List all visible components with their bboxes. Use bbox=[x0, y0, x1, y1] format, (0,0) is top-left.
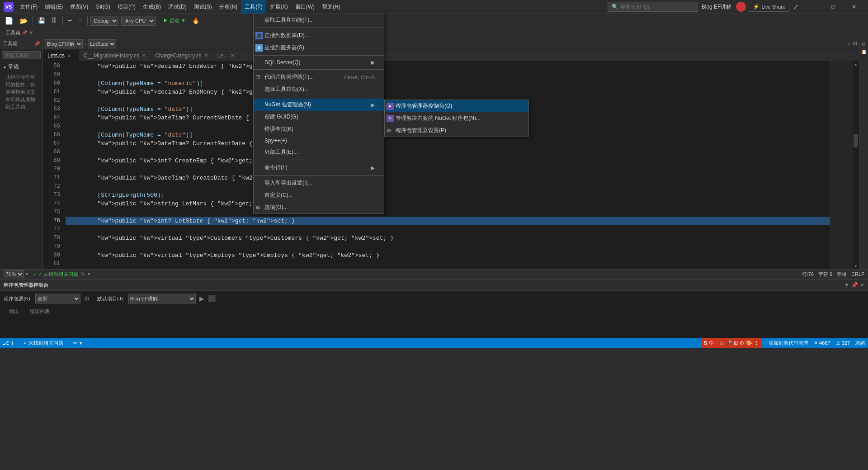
menu-item-connect-server[interactable]: 🖥 连接到服务器(S)... bbox=[254, 42, 384, 54]
menu-debug[interactable]: 调试(D) bbox=[165, 0, 190, 14]
ime-skin-icon[interactable]: 🎨 bbox=[746, 340, 752, 346]
code-line[interactable]: "kw">public "kw">DateTime? CurrentRentDa… bbox=[66, 139, 830, 148]
title-search-input[interactable] bbox=[620, 4, 684, 9]
new-project-btn[interactable]: 📄 bbox=[2, 15, 16, 26]
menu-project[interactable]: 项目(P) bbox=[114, 0, 139, 14]
start-button[interactable]: ▶ 启动 ▼ bbox=[160, 16, 189, 25]
ime-more-icon[interactable]: ⋮ bbox=[754, 340, 759, 346]
package-settings-icon[interactable]: ⚙ bbox=[84, 295, 90, 302]
save-all-btn[interactable]: 🗄 bbox=[49, 16, 60, 25]
tab-migration[interactable]: C__MigrationHistory.cs ✕ bbox=[79, 50, 151, 61]
close-button[interactable]: ✕ bbox=[844, 0, 864, 14]
code-line[interactable]: "kw">public "kw">virtual "type">Employs … bbox=[66, 268, 830, 269]
code-line[interactable]: [Column(TypeName = "numeric")] bbox=[66, 79, 830, 88]
menu-git[interactable]: Git(G) bbox=[92, 0, 114, 14]
zoom-select[interactable]: 76 % bbox=[4, 270, 24, 278]
menu-item-error-find[interactable]: 错误查找(K) bbox=[254, 123, 384, 135]
tab-charge[interactable]: ChargeCategory.cs ✕ bbox=[151, 50, 213, 61]
ime-mic-icon[interactable]: 🎤 bbox=[726, 340, 732, 346]
ime-dot-icon[interactable]: · bbox=[716, 340, 717, 346]
ime-zh-icon[interactable]: 中 bbox=[709, 340, 714, 347]
code-line[interactable]: "kw">public "kw">virtual "type">Customer… bbox=[66, 234, 830, 242]
debug-config-select[interactable]: Debug bbox=[90, 16, 118, 26]
ime-table-icon[interactable]: ⊞ bbox=[734, 340, 738, 346]
code-line[interactable]: "kw">public "kw">virtual "type">Employs … bbox=[66, 251, 830, 260]
code-line[interactable]: "kw">public "kw">int? LetState { "kw2">g… bbox=[66, 217, 830, 225]
menu-item-choose-toolbox[interactable]: 选择工具箱项(X)... bbox=[254, 83, 384, 95]
ime-settings-icon[interactable]: ⚙ bbox=[740, 340, 744, 346]
error-list-tab[interactable]: 错误列表 bbox=[24, 306, 55, 316]
code-scroll-area[interactable]: 5859606162636465666768697071727374757677… bbox=[43, 61, 830, 269]
code-line[interactable] bbox=[66, 260, 830, 268]
tab-le-close[interactable]: ✕ bbox=[231, 53, 234, 58]
toolbox-search-input[interactable] bbox=[2, 51, 41, 59]
open-btn[interactable]: 📂 bbox=[17, 16, 30, 25]
nuget-menu-item-settings[interactable]: ⚙ 程序包管理器设置(P) bbox=[385, 124, 528, 137]
breadcrumb-method-select[interactable]: LetState bbox=[88, 39, 116, 48]
add-code-management[interactable]: ↑ 添加到源代码管理 bbox=[762, 338, 811, 348]
menu-item-spy[interactable]: Spy++(+) bbox=[254, 135, 384, 146]
menu-extensions[interactable]: 扩展(X) bbox=[266, 0, 292, 14]
code-line[interactable]: "kw">public "kw">decimal? EndWater { "kw… bbox=[66, 62, 830, 71]
code-line[interactable] bbox=[66, 182, 830, 191]
error-count-status[interactable]: ✕ 4687 bbox=[811, 338, 833, 348]
bottom-close-icon[interactable]: ✕ bbox=[860, 282, 864, 288]
undo-btn[interactable]: ↩ bbox=[65, 17, 75, 24]
code-lines[interactable]: "kw">public "kw">decimal? EndWater { "kw… bbox=[66, 61, 830, 269]
code-line[interactable] bbox=[66, 148, 830, 157]
editor-add-icon[interactable]: + bbox=[847, 40, 851, 47]
code-line[interactable]: "kw">public "kw">DateTime? CreateDate { … bbox=[66, 174, 830, 182]
scroll-up-btn[interactable]: ▲ bbox=[853, 61, 859, 67]
breadcrumb-namespace-select[interactable]: Blog EF讲解 bbox=[45, 39, 83, 48]
code-line[interactable] bbox=[66, 165, 830, 174]
no-issues-status-bar[interactable]: ✓ 未找到相关问题 bbox=[20, 338, 66, 348]
tab-le[interactable]: Le... ✕ bbox=[213, 50, 249, 61]
avatar[interactable] bbox=[736, 2, 746, 12]
vertical-scrollbar[interactable]: ▲ ▼ bbox=[853, 61, 859, 269]
editor-split-icon[interactable]: ⊟ bbox=[853, 40, 857, 47]
warning-count-status[interactable]: ⚠ 327 bbox=[833, 338, 853, 348]
cpu-config-select[interactable]: Any CPU bbox=[121, 16, 156, 26]
menu-item-options[interactable]: ⚙ 选项(O)... bbox=[254, 201, 384, 214]
default-project-select[interactable]: Blog EF讲解 bbox=[128, 294, 196, 304]
right-panel-icon1[interactable]: ⚙ bbox=[862, 40, 866, 48]
ime-smile-icon[interactable]: ☺ bbox=[719, 340, 724, 346]
menu-item-import-export[interactable]: 导入和导出设置(I)... bbox=[254, 177, 384, 189]
package-source-select[interactable]: 全部 bbox=[35, 294, 80, 304]
nuget-menu-item-manage[interactable]: N 管理解决方案的 NuGet 程序包(N)... bbox=[385, 112, 528, 124]
menu-help[interactable]: 帮助(H) bbox=[318, 0, 344, 14]
minimize-button[interactable]: ─ bbox=[802, 0, 823, 14]
hot-reload-btn[interactable]: 🔥 bbox=[189, 16, 202, 25]
bottom-toggle-icon[interactable]: ▼ bbox=[844, 282, 849, 288]
edit-status-item[interactable]: ✏ ▼ bbox=[71, 338, 85, 348]
code-line[interactable] bbox=[66, 225, 830, 234]
menu-edit[interactable]: 编辑(E) bbox=[41, 0, 66, 14]
menu-item-create-guid[interactable]: 创建 GUID(G) bbox=[254, 111, 384, 123]
scrollbar-thumb[interactable] bbox=[854, 134, 858, 147]
menu-item-customize[interactable]: 自定义(C)... bbox=[254, 189, 384, 201]
menu-item-external-tools[interactable]: 外部工具(E)... bbox=[254, 146, 384, 158]
code-line[interactable]: "kw">public "kw">decimal? EndMoney { "kw… bbox=[66, 88, 830, 96]
menu-item-cmdline[interactable]: 命令行(L) ▶ bbox=[254, 161, 384, 174]
menu-item-get-tools[interactable]: 获取工具和功能(T)... bbox=[254, 14, 384, 26]
maximize-button[interactable]: □ bbox=[823, 0, 844, 14]
menu-tools[interactable]: 工具(T) bbox=[241, 0, 266, 14]
bottom-pin-icon[interactable]: 📌 bbox=[851, 282, 858, 288]
code-line[interactable]: "kw">public "kw">int? CreateEmp { "kw2">… bbox=[66, 157, 830, 165]
menu-analyze[interactable]: 分析(N) bbox=[216, 0, 241, 14]
redo-btn[interactable]: ↪ bbox=[75, 17, 85, 24]
code-editor[interactable]: 5859606162636465666768697071727374757677… bbox=[43, 61, 859, 269]
menu-item-connect-db[interactable]: ⬛ 连接到数据库(D)... bbox=[254, 29, 384, 42]
nuget-menu-item-console[interactable]: ▶ 程序包管理器控制台(O) bbox=[385, 100, 528, 112]
menu-item-sql-server[interactable]: SQL Server(Q) ▶ bbox=[254, 57, 384, 68]
code-line[interactable] bbox=[66, 242, 830, 251]
save-btn[interactable]: 💾 bbox=[35, 16, 48, 25]
menu-view[interactable]: 视图(V) bbox=[66, 0, 92, 14]
tab-lets[interactable]: Lets.cs ✕ bbox=[43, 50, 79, 61]
nuget-run-icon[interactable]: ▶ bbox=[199, 295, 204, 302]
menu-test[interactable]: 测试(S) bbox=[190, 0, 216, 14]
code-line[interactable]: "kw">public "kw">string LetMark { "kw2">… bbox=[66, 199, 830, 208]
code-line[interactable] bbox=[66, 208, 830, 217]
live-share-button[interactable]: ⚡ Live Share bbox=[749, 2, 789, 12]
menu-build[interactable]: 生成(B) bbox=[139, 0, 165, 14]
